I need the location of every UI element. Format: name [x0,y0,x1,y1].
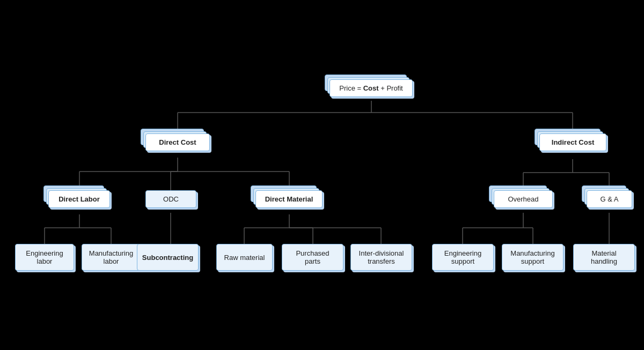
node-direct-labor: Direct Labor [48,190,110,208]
node-engineering-labor-box: Engineering labor [15,244,74,271]
node-ga: G & A [587,190,632,208]
node-subcontracting: Subcontracting [137,244,199,271]
node-inter-divisional: Inter-divisional transfers [350,244,412,271]
node-direct-material: Direct Material [255,190,323,208]
node-engineering-labor: Engineering labor [15,244,74,271]
node-direct-labor-box: Direct Labor [48,190,110,208]
node-odc: ODC [145,190,196,208]
node-raw-material: Raw material [216,244,273,271]
node-overhead-box: Overhead [494,190,553,208]
node-indirect-cost-box: Indirect Cost [539,133,606,151]
node-direct-cost-box: Direct Cost [145,133,210,151]
node-price-box: Price = Cost + Profit [330,79,413,97]
node-subcontracting-box: Subcontracting [137,244,199,271]
node-manufacturing-support: Manufacturing support [502,244,564,271]
node-raw-material-box: Raw material [216,244,273,271]
diagram-container: Price = Cost + Profit Direct Cost Indire… [0,0,644,350]
node-odc-box: ODC [145,190,196,208]
connectors-svg [0,0,644,350]
node-direct-material-box: Direct Material [255,190,323,208]
node-overhead: Overhead [494,190,553,208]
node-purchased-parts: Purchased parts [282,244,343,271]
node-engineering-support-box: Engineering support [432,244,494,271]
node-manufacturing-support-box: Manufacturing support [502,244,564,271]
node-direct-cost: Direct Cost [145,133,210,151]
node-material-handling-box: Material handling [573,244,635,271]
node-manufacturing-labor-box: Manufacturing labor [82,244,141,271]
node-ga-box: G & A [587,190,632,208]
node-material-handling: Material handling [573,244,635,271]
node-manufacturing-labor: Manufacturing labor [82,244,141,271]
node-price: Price = Cost + Profit [330,79,413,97]
node-engineering-support: Engineering support [432,244,494,271]
node-indirect-cost: Indirect Cost [539,133,606,151]
node-inter-divisional-box: Inter-divisional transfers [350,244,412,271]
node-purchased-parts-box: Purchased parts [282,244,343,271]
